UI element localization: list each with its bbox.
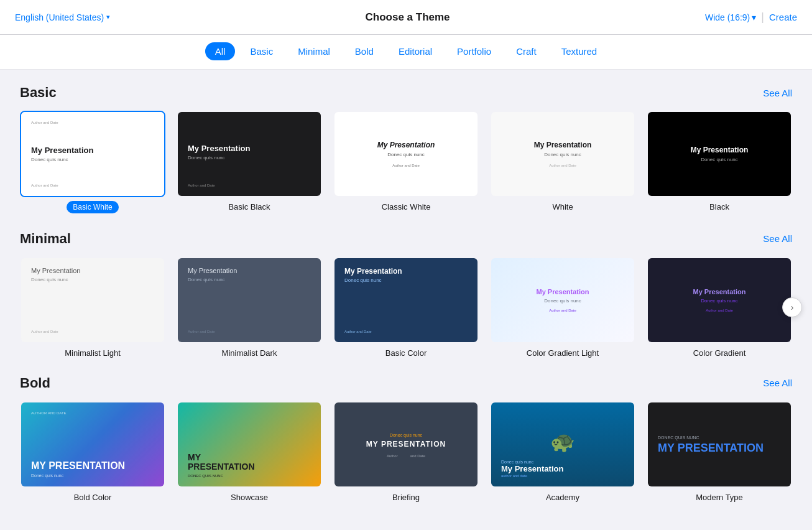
create-button[interactable]: Create (769, 12, 797, 22)
section-basic-title: Basic (20, 85, 57, 101)
theme-label-classic-white: Classic White (382, 202, 431, 212)
aspect-ratio-selector[interactable]: Wide (16:9) ▾ (705, 12, 756, 22)
theme-label-showcase: Showcase (231, 493, 268, 502)
filter-tab-portfolio[interactable]: Portfolio (447, 42, 501, 60)
thumb-basic-black-content: My Presentation Donec quis nunc Author a… (178, 112, 321, 196)
theme-basic-white[interactable]: Author and Date My Presentation Donec qu… (20, 111, 165, 213)
section-bold-see-all[interactable]: See All (763, 378, 792, 388)
theme-thumbnail-modern-type: DONEC QUIS NUNC MY PRESENTATION (647, 401, 792, 488)
header-divider: | (761, 11, 764, 24)
thumb-bold-color-content: AUTHOR AND DATE MY PRESENTATION Donec qu… (21, 402, 164, 486)
section-basic: Basic See All Author and Date My Present… (20, 85, 792, 213)
theme-modern-type[interactable]: DONEC QUIS NUNC MY PRESENTATION Modern T… (647, 401, 792, 502)
thumb-showcase-content: MYPRESENTATION DONEC QUIS NUNC (178, 402, 321, 486)
scroll-right-arrow[interactable]: › (782, 297, 802, 317)
theme-thumbnail-color-gradient: My Presentation Donec quis nunc Author a… (647, 257, 792, 343)
theme-label-modern-type: Modern Type (696, 493, 743, 502)
thumb-black-content: My Presentation Donec quis nunc (648, 112, 791, 196)
theme-black[interactable]: My Presentation Donec quis nunc Black (647, 111, 792, 213)
theme-basic-black[interactable]: My Presentation Donec quis nunc Author a… (177, 111, 322, 213)
theme-thumbnail-briefing: Donec quis nunc MY PRESENTATION Author a… (333, 401, 479, 488)
language-chevron-icon: ▾ (106, 13, 110, 21)
section-minimal-row: My Presentation Donec quis nunc Author a… (20, 257, 792, 358)
theme-thumbnail-basic-white: Author and Date My Presentation Donec qu… (20, 111, 165, 197)
thumb-main: My Presentation Donec quis nunc (31, 146, 154, 163)
theme-label-academy: Academy (546, 493, 579, 502)
theme-color-gradient-light[interactable]: My Presentation Donec quis nunc Author a… (490, 257, 635, 358)
minimal-theme-grid: My Presentation Donec quis nunc Author a… (20, 257, 792, 358)
theme-academy[interactable]: 🐢 Donec quis nunc My Presentation author… (490, 401, 635, 502)
theme-label-basic-color: Basic Color (385, 348, 427, 358)
section-bold-title: Bold (20, 375, 50, 391)
theme-label-minimalist-light: Minimalist Light (65, 348, 121, 358)
aspect-ratio-label: Wide (16:9) (705, 12, 750, 22)
theme-color-gradient[interactable]: My Presentation Donec quis nunc Author a… (647, 257, 792, 358)
thumb-author-bottom: Author and Date (31, 184, 154, 187)
theme-thumbnail-color-gradient-light: My Presentation Donec quis nunc Author a… (490, 257, 635, 343)
theme-label-white: White (552, 202, 573, 212)
theme-label-briefing: Briefing (392, 493, 420, 502)
filter-tab-bold[interactable]: Bold (345, 42, 384, 60)
theme-thumbnail-bold-color: AUTHOR AND DATE MY PRESENTATION Donec qu… (20, 401, 165, 488)
section-basic-see-all[interactable]: See All (763, 88, 792, 98)
theme-thumbnail-basic-color: My Presentation Donec quis nunc Author a… (333, 257, 479, 343)
section-basic-header: Basic See All (20, 85, 792, 101)
theme-showcase[interactable]: MYPRESENTATION DONEC QUIS NUNC Showcase (177, 401, 322, 502)
section-minimal-header: Minimal See All (20, 231, 792, 247)
section-minimal: Minimal See All My Presentation Donec qu… (20, 231, 792, 358)
theme-label-color-gradient-light: Color Gradient Light (527, 348, 599, 358)
bold-theme-grid: AUTHOR AND DATE MY PRESENTATION Donec qu… (20, 401, 792, 502)
theme-thumbnail-basic-black: My Presentation Donec quis nunc Author a… (177, 111, 322, 197)
theme-basic-color[interactable]: My Presentation Donec quis nunc Author a… (333, 257, 479, 358)
turtle-icon: 🐢 (550, 430, 575, 454)
theme-bold-color[interactable]: AUTHOR AND DATE MY PRESENTATION Donec qu… (20, 401, 165, 502)
section-minimal-see-all[interactable]: See All (763, 233, 792, 244)
filter-tab-craft[interactable]: Craft (506, 42, 547, 60)
theme-thumbnail-white: My Presentation Donec quis nunc Author a… (490, 111, 635, 197)
theme-thumbnail-minimalist-dark: My Presentation Donec quis nunc Author a… (177, 257, 322, 343)
filter-tab-all[interactable]: All (205, 42, 236, 60)
section-minimal-title: Minimal (20, 231, 71, 247)
thumb-minimalist-light-content: My Presentation Donec quis nunc Author a… (21, 258, 164, 342)
theme-thumbnail-minimalist-light: My Presentation Donec quis nunc Author a… (20, 257, 165, 343)
theme-label-bold-color: Bold Color (74, 493, 112, 502)
filter-tab-basic[interactable]: Basic (240, 42, 283, 60)
thumb-briefing-content: Donec quis nunc MY PRESENTATION Author a… (334, 402, 478, 486)
thumb-basic-color-content: My Presentation Donec quis nunc Author a… (334, 258, 478, 342)
language-label: English (United States) (15, 12, 104, 22)
header-actions: Wide (16:9) ▾ | Create (705, 11, 797, 24)
thumb-classic-white-content: My Presentation Donec quis nunc Author a… (334, 112, 478, 196)
language-selector[interactable]: English (United States) ▾ (15, 12, 110, 22)
section-basic-row: Author and Date My Presentation Donec qu… (20, 111, 792, 213)
filter-bar: All Basic Minimal Bold Editorial Portfol… (0, 35, 812, 70)
thumb-author-top: Author and Date (31, 121, 154, 124)
page-title: Choose a Theme (366, 11, 450, 24)
header: English (United States) ▾ Choose a Theme… (0, 0, 812, 35)
section-bold: Bold See All AUTHOR AND DATE MY PRESENTA… (20, 375, 792, 502)
thumb-modern-type-content: DONEC QUIS NUNC MY PRESENTATION (648, 402, 791, 486)
thumb-basic-white-content: Author and Date My Presentation Donec qu… (21, 112, 164, 196)
theme-label-black: Black (709, 202, 729, 212)
theme-label-basic-black: Basic Black (228, 202, 270, 212)
theme-minimalist-dark[interactable]: My Presentation Donec quis nunc Author a… (177, 257, 322, 358)
filter-tab-textured[interactable]: Textured (551, 42, 607, 60)
thumb-white-content: My Presentation Donec quis nunc Author a… (491, 112, 634, 196)
section-bold-header: Bold See All (20, 375, 792, 391)
theme-classic-white[interactable]: My Presentation Donec quis nunc Author a… (333, 111, 479, 213)
main-content: Basic See All Author and Date My Present… (0, 70, 812, 530)
theme-badge-basic-white: Basic White (67, 201, 118, 213)
thumb-color-gradient-content: My Presentation Donec quis nunc Author a… (648, 258, 791, 342)
theme-minimalist-light[interactable]: My Presentation Donec quis nunc Author a… (20, 257, 165, 358)
filter-tab-minimal[interactable]: Minimal (288, 42, 340, 60)
theme-white[interactable]: My Presentation Donec quis nunc Author a… (490, 111, 635, 213)
theme-thumbnail-academy: 🐢 Donec quis nunc My Presentation author… (490, 401, 635, 488)
theme-thumbnail-classic-white: My Presentation Donec quis nunc Author a… (333, 111, 479, 197)
filter-tab-editorial[interactable]: Editorial (389, 42, 442, 60)
theme-briefing[interactable]: Donec quis nunc MY PRESENTATION Author a… (333, 401, 479, 502)
theme-label-color-gradient: Color Gradient (693, 348, 746, 358)
thumb-academy-content: 🐢 Donec quis nunc My Presentation author… (491, 402, 634, 486)
thumb-minimalist-dark-content: My Presentation Donec quis nunc Author a… (178, 258, 321, 342)
theme-label-minimalist-dark: Minimalist Dark (222, 348, 277, 358)
aspect-ratio-chevron-icon: ▾ (752, 12, 756, 22)
theme-thumbnail-black: My Presentation Donec quis nunc (647, 111, 792, 197)
